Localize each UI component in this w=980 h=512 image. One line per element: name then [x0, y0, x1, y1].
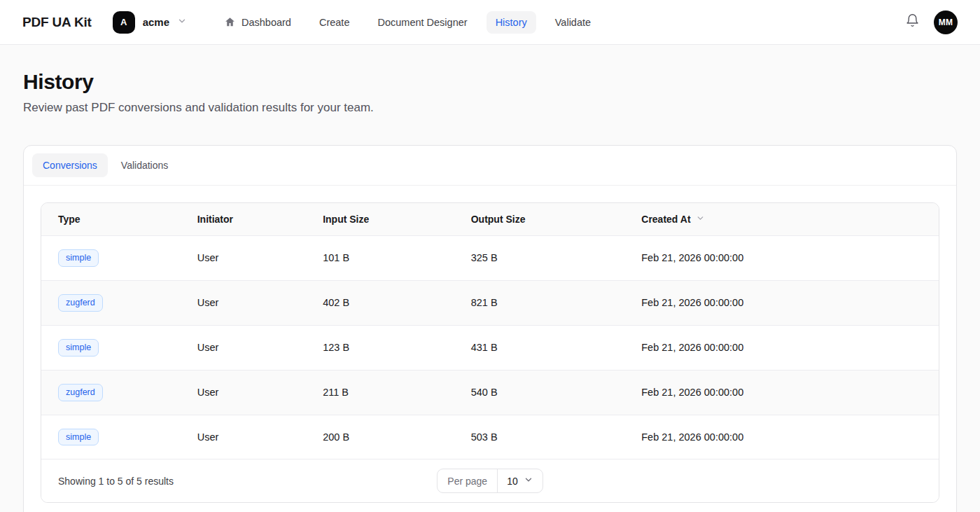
sort-chevron-down-icon	[696, 214, 705, 225]
table-header-row: Type Initiator Input Size Output Size Cr…	[41, 203, 939, 236]
type-badge: simple	[58, 249, 99, 267]
main-content: History Review past PDF conversions and …	[0, 70, 980, 512]
cell-created-at: Feb 21, 2026 00:00:00	[624, 415, 939, 459]
column-header-label: Created At	[641, 214, 690, 225]
cell-initiator: User	[181, 370, 306, 415]
nav-item-label: Document Designer	[377, 17, 467, 28]
per-page-select[interactable]: 10	[498, 469, 542, 492]
nav-item-validate[interactable]: Validate	[546, 11, 600, 34]
bell-icon	[905, 13, 920, 31]
conversions-table-wrap: Type Initiator Input Size Output Size Cr…	[41, 202, 939, 503]
column-header-created-at: Created At	[624, 203, 939, 236]
cell-input-size: 123 B	[306, 325, 454, 370]
home-icon	[224, 16, 236, 28]
page-subtitle: Review past PDF conversions and validati…	[23, 101, 957, 115]
nav-item-label: Dashboard	[241, 17, 291, 28]
footer-left: Showing 1 to 5 of 5 results	[58, 475, 437, 487]
type-badge: simple	[58, 339, 99, 357]
cell-created-at: Feb 21, 2026 00:00:00	[624, 280, 939, 325]
cell-output-size: 821 B	[454, 280, 625, 325]
chevron-down-icon	[177, 16, 187, 29]
cell-input-size: 200 B	[306, 415, 454, 459]
per-page-value: 10	[507, 476, 518, 487]
cell-type: simple	[41, 415, 181, 459]
nav-item-create[interactable]: Create	[310, 11, 359, 34]
history-card: Conversions Validations Type Initiator I…	[23, 145, 957, 512]
cell-initiator: User	[181, 236, 306, 281]
brand-logo[interactable]: PDF UA Kit	[22, 15, 92, 30]
cell-type: zugferd	[41, 280, 181, 325]
column-header-initiator: Initiator	[181, 203, 306, 236]
top-navigation: PDF UA Kit A acme Dashboard Create Docum…	[0, 0, 980, 45]
card-body: Type Initiator Input Size Output Size Cr…	[24, 186, 956, 512]
topnav-right: MM	[905, 11, 958, 34]
table-row[interactable]: simple User 101 B 325 B Feb 21, 2026 00:…	[41, 236, 939, 281]
per-page-label: Per page	[438, 469, 498, 492]
cell-output-size: 431 B	[454, 325, 625, 370]
notifications-button[interactable]	[905, 13, 920, 31]
per-page-control: Per page 10	[437, 469, 542, 493]
workspace-switcher[interactable]: A acme	[113, 11, 187, 34]
table-row[interactable]: zugferd User 402 B 821 B Feb 21, 2026 00…	[41, 280, 939, 325]
workspace-avatar: A	[113, 11, 135, 34]
nav-item-label: Validate	[555, 17, 591, 28]
cell-input-size: 402 B	[306, 280, 454, 325]
cell-initiator: User	[181, 325, 306, 370]
cell-input-size: 211 B	[306, 370, 454, 415]
cell-created-at: Feb 21, 2026 00:00:00	[624, 236, 939, 281]
type-badge: zugferd	[58, 384, 103, 401]
cell-initiator: User	[181, 280, 306, 325]
nav-item-label: History	[496, 17, 527, 28]
table-row[interactable]: zugferd User 211 B 540 B Feb 21, 2026 00…	[41, 370, 939, 415]
cell-created-at: Feb 21, 2026 00:00:00	[624, 370, 939, 415]
cell-output-size: 325 B	[454, 236, 625, 281]
nav-item-label: Create	[319, 17, 350, 28]
column-header-input-size: Input Size	[306, 203, 454, 236]
cell-output-size: 503 B	[454, 415, 625, 459]
cell-created-at: Feb 21, 2026 00:00:00	[624, 325, 939, 370]
nav-item-history[interactable]: History	[486, 11, 536, 34]
cell-output-size: 540 B	[454, 370, 625, 415]
cell-type: simple	[41, 236, 181, 281]
tab-conversions[interactable]: Conversions	[32, 153, 108, 177]
nav-item-document-designer[interactable]: Document Designer	[368, 11, 476, 34]
cell-type: zugferd	[41, 370, 181, 415]
chevron-down-icon	[524, 475, 533, 487]
nav-item-dashboard[interactable]: Dashboard	[215, 11, 300, 34]
results-summary: Showing 1 to 5 of 5 results	[58, 476, 174, 487]
main-nav: Dashboard Create Document Designer Histo…	[215, 11, 600, 34]
cell-type: simple	[41, 325, 181, 370]
conversions-table: Type Initiator Input Size Output Size Cr…	[41, 203, 939, 459]
tab-bar: Conversions Validations	[24, 146, 956, 186]
table-row[interactable]: simple User 123 B 431 B Feb 21, 2026 00:…	[41, 325, 939, 370]
table-row[interactable]: simple User 200 B 503 B Feb 21, 2026 00:…	[41, 415, 939, 459]
workspace-name: acme	[143, 16, 169, 28]
column-header-type: Type	[41, 203, 181, 236]
column-header-output-size: Output Size	[454, 203, 625, 236]
sort-created-at[interactable]: Created At	[641, 214, 704, 225]
page-title: History	[23, 70, 957, 94]
type-badge: zugferd	[58, 294, 103, 312]
cell-input-size: 101 B	[306, 236, 454, 281]
user-avatar[interactable]: MM	[934, 11, 958, 34]
tab-validations[interactable]: Validations	[111, 153, 178, 177]
type-badge: simple	[58, 429, 99, 446]
cell-initiator: User	[181, 415, 306, 459]
table-footer: Showing 1 to 5 of 5 results Per page 10	[41, 459, 939, 502]
